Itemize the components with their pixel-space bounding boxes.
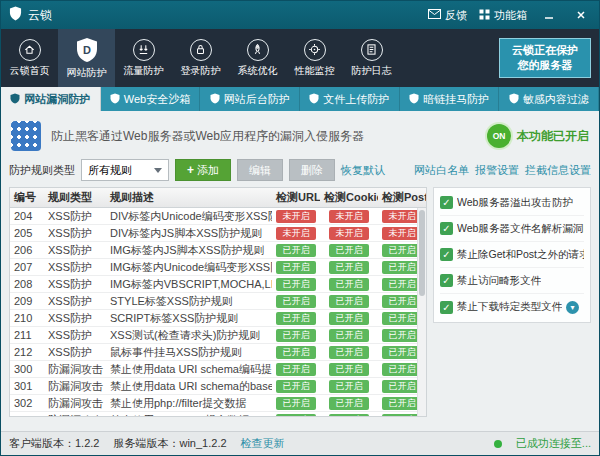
table-row[interactable]: 210XSS防护SCRIPT标签XSS防护规则已开启已开启已开启 [10,310,426,327]
alarm-settings-link[interactable]: 报警设置 [475,163,519,178]
table-row[interactable]: 206XSS防护IMG标签内JS脚本XSS防护规则已开启已开启已开启 [10,242,426,259]
detect-url-badge[interactable]: 已开启 [276,244,316,257]
detect-url-badge[interactable]: 已开启 [276,329,316,342]
detect-url-badge[interactable]: 已开启 [276,278,316,291]
table-row[interactable]: 302防漏洞攻击禁止使用php://filter提交数据已开启已开启已开启 [10,395,426,412]
detect-cookie-badge[interactable]: 已开启 [329,312,369,325]
detect-url-badge[interactable]: 已开启 [276,380,316,393]
tab-web-sandbox[interactable]: Web安全沙箱 [101,87,201,111]
detect-cookie-badge[interactable]: 已开启 [329,380,369,393]
table-row[interactable]: 205XSS防护DIV标签内JS脚本XSS防护规则未开启未开启未开启 [10,225,426,242]
detect-url-badge[interactable]: 已开启 [276,312,316,325]
detect-post-badge[interactable]: 已开启 [382,363,422,376]
detect-url-badge[interactable]: 已开启 [276,295,316,308]
nav-item-protection-logs[interactable]: 防护日志 [343,29,400,87]
checkbox-icon[interactable]: ✓ [440,274,453,287]
side-option[interactable]: ✓禁止除Get和Post之外的请求 [440,242,584,268]
detect-url-badge[interactable]: 已开启 [276,414,316,417]
table-row[interactable]: 207XSS防护IMG标签内Unicode编码变形XSS防护...已开启已开启已… [10,259,426,276]
checkbox-icon[interactable]: ✓ [440,222,453,235]
restore-default-link[interactable]: 恢复默认 [341,163,385,178]
detect-url-badge[interactable]: 未开启 [276,210,316,223]
tab-file-upload-protection[interactable]: 文件上传防护 [300,87,400,111]
header-detect-post[interactable]: 检测Post [378,190,426,205]
detect-cookie-badge[interactable]: 未开启 [329,210,369,223]
whitelist-link[interactable]: 网站白名单 [414,163,469,178]
vertical-scrollbar[interactable] [417,208,426,416]
feedback-label: 反馈 [445,8,467,23]
table-row[interactable]: 300防漏洞攻击禁止使用data URI schema编码提交...已开启已开启… [10,361,426,378]
header-rule-desc[interactable]: 规则描述 [106,190,272,205]
detect-url-badge[interactable]: 已开启 [276,397,316,410]
table-row[interactable]: 208XSS防护IMG标签内VBSCRIPT,MOCHA,LIVES...已开启… [10,276,426,293]
detect-cookie-badge[interactable]: 已开启 [329,278,369,291]
detect-cookie-badge[interactable]: 已开启 [329,397,369,410]
header-detect-cookie[interactable]: 检测Cookie [320,190,378,205]
check-update-link[interactable]: 检查更新 [241,436,285,451]
tab-hidden-link-protection[interactable]: 暗链挂马防护 [400,87,500,111]
detect-url-badge[interactable]: 已开启 [276,346,316,359]
feedback-button[interactable]: 反馈 [428,8,467,23]
checkbox-icon[interactable]: ✓ [440,196,453,209]
side-option[interactable]: ✓禁止下载特定类型文件▾ [440,294,584,320]
checkbox-icon[interactable]: ✓ [440,248,453,261]
table-row[interactable]: 209XSS防护STYLE标签XSS防护规则已开启已开启已开启 [10,293,426,310]
side-option[interactable]: ✓Web服务器文件名解析漏洞防护 [440,216,584,242]
nav-item-system-optimization[interactable]: 系统优化 [229,29,286,87]
detect-post-badge[interactable]: 已开启 [382,278,422,291]
header-detect-url[interactable]: 检测URL [272,190,320,205]
detect-post-badge[interactable]: 已开启 [382,397,422,410]
table-row[interactable]: 301防漏洞攻击禁止使用data URI schema的base64...已开启… [10,378,426,395]
detect-cookie-badge[interactable]: 已开启 [329,414,369,417]
add-button[interactable]: + 添加 [175,159,231,181]
detect-post-badge[interactable]: 已开启 [382,414,422,417]
detect-post-badge[interactable]: 已开启 [382,295,422,308]
minimize-button[interactable] [539,6,559,24]
table-row[interactable]: 204XSS防护DIV标签内Unicode编码变形XSS防护...未开启未开启未… [10,208,426,225]
header-id[interactable]: 编号 [10,190,44,205]
detect-post-badge[interactable]: 未开启 [382,210,422,223]
table-row[interactable]: 303防漏洞攻击禁止使用php://input提交数据已开启已开启已开启 [10,412,426,417]
detect-cookie-badge[interactable]: 已开启 [329,244,369,257]
detect-post-badge[interactable]: 未开启 [382,227,422,240]
detect-post-badge[interactable]: 已开启 [382,329,422,342]
table-row[interactable]: 211XSS防护XSS测试(检查请求头)防护规则已开启已开启已开启 [10,327,426,344]
intercept-settings-link[interactable]: 拦截信息设置 [525,163,591,178]
detect-cookie-badge[interactable]: 已开启 [329,329,369,342]
chevron-down-icon[interactable]: ▾ [566,301,579,314]
detect-url-badge[interactable]: 已开启 [276,363,316,376]
side-option[interactable]: ✓禁止访问畸形文件 [440,268,584,294]
feature-on-toggle[interactable]: ON [487,124,511,148]
detect-cookie-badge[interactable]: 未开启 [329,227,369,240]
nav-item-traffic-protection[interactable]: 流量防护 [115,29,172,87]
header-rule-type[interactable]: 规则类型 [44,190,106,205]
tab-sensitive-content-filter[interactable]: 敏感内容过滤 [499,87,599,111]
detect-post-badge[interactable]: 已开启 [382,261,422,274]
nav-item-login-protection[interactable]: 登录防护 [172,29,229,87]
detect-post-badge[interactable]: 已开启 [382,380,422,393]
detect-cookie-badge[interactable]: 已开启 [329,363,369,376]
rule-type-select[interactable]: 所有规则 [81,159,169,181]
edit-button[interactable]: 编辑 [237,159,283,181]
nav-item-performance-monitor[interactable]: 性能监控 [286,29,343,87]
checkbox-icon[interactable]: ✓ [440,301,453,314]
side-option[interactable]: ✓Web服务器溢出攻击防护 [440,190,584,216]
detect-cookie-badge[interactable]: 已开启 [329,295,369,308]
detect-url-badge[interactable]: 已开启 [276,261,316,274]
table-row[interactable]: 212XSS防护鼠标事件挂马XSS防护规则已开启已开启已开启 [10,344,426,361]
scrollbar-thumb[interactable] [419,210,425,296]
tab-web-vulnerability-protection[interactable]: 网站漏洞防护 [1,87,101,111]
close-button[interactable] [571,6,591,24]
detect-cookie-badge[interactable]: 已开启 [329,346,369,359]
detect-url-badge[interactable]: 未开启 [276,227,316,240]
detect-post-badge[interactable]: 已开启 [382,312,422,325]
lock-icon [190,39,212,61]
detect-post-badge[interactable]: 已开启 [382,346,422,359]
delete-button[interactable]: 删除 [289,159,335,181]
tab-site-backend-protection[interactable]: 网站后台防护 [200,87,300,111]
nav-item-website-protection[interactable]: D 网站防护 [58,29,115,87]
nav-item-home[interactable]: 云锁首页 [1,29,58,87]
detect-post-badge[interactable]: 已开启 [382,244,422,257]
detect-cookie-badge[interactable]: 已开启 [329,261,369,274]
toolbox-button[interactable]: 功能箱 [479,8,527,23]
